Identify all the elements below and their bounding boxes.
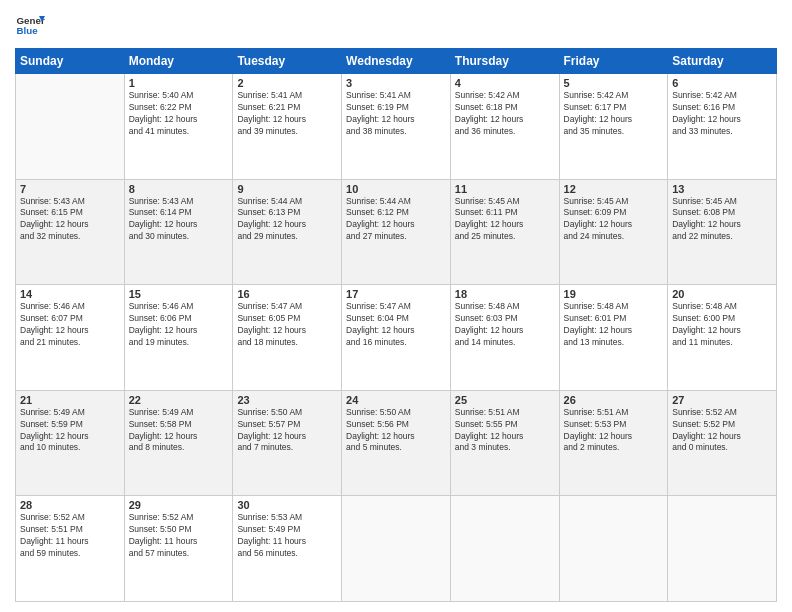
day-info: Sunrise: 5:52 AMSunset: 5:50 PMDaylight:… bbox=[129, 512, 229, 560]
calendar-cell: 1Sunrise: 5:40 AMSunset: 6:22 PMDaylight… bbox=[124, 74, 233, 180]
day-number: 1 bbox=[129, 77, 229, 89]
day-number: 14 bbox=[20, 288, 120, 300]
calendar-cell: 6Sunrise: 5:42 AMSunset: 6:16 PMDaylight… bbox=[668, 74, 777, 180]
day-info: Sunrise: 5:47 AMSunset: 6:04 PMDaylight:… bbox=[346, 301, 446, 349]
day-number: 6 bbox=[672, 77, 772, 89]
calendar-cell: 13Sunrise: 5:45 AMSunset: 6:08 PMDayligh… bbox=[668, 179, 777, 285]
day-number: 16 bbox=[237, 288, 337, 300]
calendar-week-2: 14Sunrise: 5:46 AMSunset: 6:07 PMDayligh… bbox=[16, 285, 777, 391]
day-header-friday: Friday bbox=[559, 49, 668, 74]
day-number: 21 bbox=[20, 394, 120, 406]
day-number: 3 bbox=[346, 77, 446, 89]
calendar-cell: 26Sunrise: 5:51 AMSunset: 5:53 PMDayligh… bbox=[559, 390, 668, 496]
day-info: Sunrise: 5:40 AMSunset: 6:22 PMDaylight:… bbox=[129, 90, 229, 138]
day-header-monday: Monday bbox=[124, 49, 233, 74]
calendar-week-3: 21Sunrise: 5:49 AMSunset: 5:59 PMDayligh… bbox=[16, 390, 777, 496]
calendar-cell: 11Sunrise: 5:45 AMSunset: 6:11 PMDayligh… bbox=[450, 179, 559, 285]
calendar-cell: 8Sunrise: 5:43 AMSunset: 6:14 PMDaylight… bbox=[124, 179, 233, 285]
calendar-cell: 7Sunrise: 5:43 AMSunset: 6:15 PMDaylight… bbox=[16, 179, 125, 285]
day-info: Sunrise: 5:49 AMSunset: 5:59 PMDaylight:… bbox=[20, 407, 120, 455]
day-number: 27 bbox=[672, 394, 772, 406]
day-number: 28 bbox=[20, 499, 120, 511]
day-number: 13 bbox=[672, 183, 772, 195]
calendar-cell: 24Sunrise: 5:50 AMSunset: 5:56 PMDayligh… bbox=[342, 390, 451, 496]
header-row: SundayMondayTuesdayWednesdayThursdayFrid… bbox=[16, 49, 777, 74]
calendar-cell: 17Sunrise: 5:47 AMSunset: 6:04 PMDayligh… bbox=[342, 285, 451, 391]
day-header-wednesday: Wednesday bbox=[342, 49, 451, 74]
day-number: 29 bbox=[129, 499, 229, 511]
day-info: Sunrise: 5:45 AMSunset: 6:11 PMDaylight:… bbox=[455, 196, 555, 244]
logo-icon: General Blue bbox=[15, 10, 45, 40]
calendar-cell: 23Sunrise: 5:50 AMSunset: 5:57 PMDayligh… bbox=[233, 390, 342, 496]
header: General Blue bbox=[15, 10, 777, 40]
day-info: Sunrise: 5:47 AMSunset: 6:05 PMDaylight:… bbox=[237, 301, 337, 349]
day-number: 2 bbox=[237, 77, 337, 89]
day-number: 5 bbox=[564, 77, 664, 89]
svg-text:Blue: Blue bbox=[17, 25, 39, 36]
day-info: Sunrise: 5:49 AMSunset: 5:58 PMDaylight:… bbox=[129, 407, 229, 455]
day-number: 23 bbox=[237, 394, 337, 406]
day-number: 9 bbox=[237, 183, 337, 195]
day-number: 30 bbox=[237, 499, 337, 511]
calendar-week-4: 28Sunrise: 5:52 AMSunset: 5:51 PMDayligh… bbox=[16, 496, 777, 602]
calendar-cell: 2Sunrise: 5:41 AMSunset: 6:21 PMDaylight… bbox=[233, 74, 342, 180]
day-info: Sunrise: 5:45 AMSunset: 6:09 PMDaylight:… bbox=[564, 196, 664, 244]
day-number: 10 bbox=[346, 183, 446, 195]
day-number: 25 bbox=[455, 394, 555, 406]
logo: General Blue bbox=[15, 10, 45, 40]
day-info: Sunrise: 5:46 AMSunset: 6:07 PMDaylight:… bbox=[20, 301, 120, 349]
calendar-cell: 12Sunrise: 5:45 AMSunset: 6:09 PMDayligh… bbox=[559, 179, 668, 285]
day-info: Sunrise: 5:48 AMSunset: 6:03 PMDaylight:… bbox=[455, 301, 555, 349]
day-number: 7 bbox=[20, 183, 120, 195]
day-number: 4 bbox=[455, 77, 555, 89]
day-number: 22 bbox=[129, 394, 229, 406]
calendar-week-0: 1Sunrise: 5:40 AMSunset: 6:22 PMDaylight… bbox=[16, 74, 777, 180]
day-info: Sunrise: 5:43 AMSunset: 6:15 PMDaylight:… bbox=[20, 196, 120, 244]
day-info: Sunrise: 5:44 AMSunset: 6:13 PMDaylight:… bbox=[237, 196, 337, 244]
day-number: 20 bbox=[672, 288, 772, 300]
calendar-cell: 9Sunrise: 5:44 AMSunset: 6:13 PMDaylight… bbox=[233, 179, 342, 285]
day-number: 8 bbox=[129, 183, 229, 195]
day-info: Sunrise: 5:50 AMSunset: 5:57 PMDaylight:… bbox=[237, 407, 337, 455]
calendar-cell bbox=[450, 496, 559, 602]
day-header-saturday: Saturday bbox=[668, 49, 777, 74]
day-info: Sunrise: 5:45 AMSunset: 6:08 PMDaylight:… bbox=[672, 196, 772, 244]
calendar-cell bbox=[559, 496, 668, 602]
day-header-thursday: Thursday bbox=[450, 49, 559, 74]
calendar-table: SundayMondayTuesdayWednesdayThursdayFrid… bbox=[15, 48, 777, 602]
day-info: Sunrise: 5:41 AMSunset: 6:19 PMDaylight:… bbox=[346, 90, 446, 138]
calendar-cell: 14Sunrise: 5:46 AMSunset: 6:07 PMDayligh… bbox=[16, 285, 125, 391]
day-info: Sunrise: 5:43 AMSunset: 6:14 PMDaylight:… bbox=[129, 196, 229, 244]
day-info: Sunrise: 5:52 AMSunset: 5:51 PMDaylight:… bbox=[20, 512, 120, 560]
day-info: Sunrise: 5:53 AMSunset: 5:49 PMDaylight:… bbox=[237, 512, 337, 560]
calendar-cell: 3Sunrise: 5:41 AMSunset: 6:19 PMDaylight… bbox=[342, 74, 451, 180]
day-info: Sunrise: 5:44 AMSunset: 6:12 PMDaylight:… bbox=[346, 196, 446, 244]
day-info: Sunrise: 5:52 AMSunset: 5:52 PMDaylight:… bbox=[672, 407, 772, 455]
calendar-cell: 25Sunrise: 5:51 AMSunset: 5:55 PMDayligh… bbox=[450, 390, 559, 496]
calendar-cell: 20Sunrise: 5:48 AMSunset: 6:00 PMDayligh… bbox=[668, 285, 777, 391]
day-number: 24 bbox=[346, 394, 446, 406]
day-info: Sunrise: 5:50 AMSunset: 5:56 PMDaylight:… bbox=[346, 407, 446, 455]
calendar-cell: 15Sunrise: 5:46 AMSunset: 6:06 PMDayligh… bbox=[124, 285, 233, 391]
calendar-cell: 30Sunrise: 5:53 AMSunset: 5:49 PMDayligh… bbox=[233, 496, 342, 602]
calendar-week-1: 7Sunrise: 5:43 AMSunset: 6:15 PMDaylight… bbox=[16, 179, 777, 285]
calendar-cell bbox=[668, 496, 777, 602]
calendar-cell: 19Sunrise: 5:48 AMSunset: 6:01 PMDayligh… bbox=[559, 285, 668, 391]
day-info: Sunrise: 5:41 AMSunset: 6:21 PMDaylight:… bbox=[237, 90, 337, 138]
day-info: Sunrise: 5:42 AMSunset: 6:16 PMDaylight:… bbox=[672, 90, 772, 138]
day-info: Sunrise: 5:48 AMSunset: 6:01 PMDaylight:… bbox=[564, 301, 664, 349]
day-info: Sunrise: 5:48 AMSunset: 6:00 PMDaylight:… bbox=[672, 301, 772, 349]
calendar-cell: 28Sunrise: 5:52 AMSunset: 5:51 PMDayligh… bbox=[16, 496, 125, 602]
calendar-cell: 5Sunrise: 5:42 AMSunset: 6:17 PMDaylight… bbox=[559, 74, 668, 180]
calendar-cell bbox=[342, 496, 451, 602]
day-number: 12 bbox=[564, 183, 664, 195]
calendar-cell: 18Sunrise: 5:48 AMSunset: 6:03 PMDayligh… bbox=[450, 285, 559, 391]
day-number: 19 bbox=[564, 288, 664, 300]
day-number: 15 bbox=[129, 288, 229, 300]
day-header-sunday: Sunday bbox=[16, 49, 125, 74]
calendar-cell: 4Sunrise: 5:42 AMSunset: 6:18 PMDaylight… bbox=[450, 74, 559, 180]
calendar-cell: 16Sunrise: 5:47 AMSunset: 6:05 PMDayligh… bbox=[233, 285, 342, 391]
calendar-cell: 27Sunrise: 5:52 AMSunset: 5:52 PMDayligh… bbox=[668, 390, 777, 496]
day-number: 26 bbox=[564, 394, 664, 406]
calendar-cell: 21Sunrise: 5:49 AMSunset: 5:59 PMDayligh… bbox=[16, 390, 125, 496]
